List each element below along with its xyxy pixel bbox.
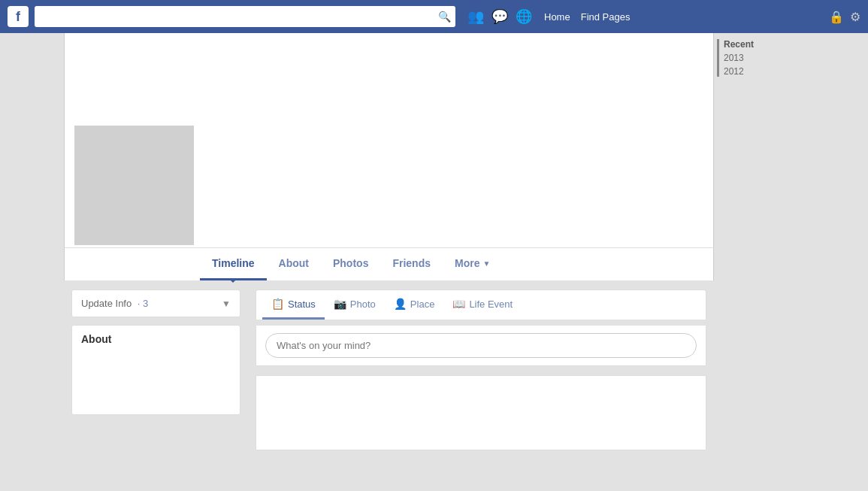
profile-picture xyxy=(72,123,196,247)
facebook-logo: f xyxy=(8,6,29,27)
messages-icon[interactable]: 💬 xyxy=(491,8,508,25)
center-content: Timeline About Photos Friends More ▼ Upd… xyxy=(64,33,714,491)
tab-timeline[interactable]: Timeline xyxy=(200,248,267,280)
find-pages-link[interactable]: Find Pages xyxy=(581,11,631,23)
globe-icon[interactable]: 🌐 xyxy=(516,8,532,25)
cover-area xyxy=(64,33,714,247)
nav-links: Home Find Pages xyxy=(544,11,630,23)
recent-label: Recent xyxy=(724,39,789,50)
lock-icon[interactable]: 🔒 xyxy=(829,10,844,24)
search-button[interactable]: 🔍 xyxy=(438,11,451,23)
year-2013[interactable]: 2013 xyxy=(724,53,789,63)
right-panel: 📋 Status 📷 Photo 👤 Place 📖 Life Event xyxy=(248,289,714,491)
settings-icon[interactable]: ⚙ xyxy=(850,10,860,24)
post-tab-life-event[interactable]: 📖 Life Event xyxy=(443,290,522,320)
right-sidebar: Recent 2013 2012 xyxy=(714,33,789,491)
left-sidebar xyxy=(0,33,64,491)
post-input[interactable] xyxy=(265,333,697,358)
recent-section: Recent 2013 2012 xyxy=(717,39,789,77)
nav-icons: 👥 💬 🌐 xyxy=(467,8,532,25)
post-tabs: 📋 Status 📷 Photo 👤 Place 📖 Life Event xyxy=(256,289,706,320)
nav-right: 🔒 ⚙ xyxy=(829,10,860,24)
tab-more[interactable]: More ▼ xyxy=(443,248,502,280)
photo-icon: 📷 xyxy=(334,298,346,310)
post-tab-status[interactable]: 📋 Status xyxy=(262,290,325,320)
left-panel: Update Info · 3 ▼ About xyxy=(64,289,248,491)
post-input-area xyxy=(256,326,706,366)
tab-photos[interactable]: Photos xyxy=(321,248,380,280)
year-2012[interactable]: 2012 xyxy=(724,66,789,77)
about-title: About xyxy=(81,333,231,345)
navbar: f 🔍 👥 💬 🌐 Home Find Pages 🔒 ⚙ xyxy=(0,0,868,33)
chevron-down-icon: ▼ xyxy=(482,259,490,268)
search-icon: 🔍 xyxy=(438,11,451,23)
search-input[interactable] xyxy=(35,6,455,27)
chevron-down-icon: ▼ xyxy=(222,299,231,309)
tab-friends[interactable]: Friends xyxy=(380,248,443,280)
search-wrapper: 🔍 xyxy=(29,6,455,27)
body-area: Update Info · 3 ▼ About 📋 Status xyxy=(64,280,714,491)
post-extra-area xyxy=(256,375,706,450)
tabs-bar: Timeline About Photos Friends More ▼ xyxy=(64,247,714,280)
post-tab-place[interactable]: 👤 Place xyxy=(385,290,444,320)
post-tab-photo[interactable]: 📷 Photo xyxy=(325,290,385,320)
update-info-box[interactable]: Update Info · 3 ▼ xyxy=(71,289,240,317)
home-link[interactable]: Home xyxy=(544,11,570,23)
tab-about[interactable]: About xyxy=(267,248,321,280)
friends-icon[interactable]: 👥 xyxy=(467,8,484,25)
update-info-label: Update Info · 3 xyxy=(81,298,148,309)
place-icon: 👤 xyxy=(394,298,407,310)
status-icon: 📋 xyxy=(271,298,284,310)
main-wrapper: Timeline About Photos Friends More ▼ Upd… xyxy=(0,33,868,491)
about-box: About xyxy=(71,325,240,415)
life-event-icon: 📖 xyxy=(452,298,465,310)
profile-section xyxy=(65,183,713,247)
